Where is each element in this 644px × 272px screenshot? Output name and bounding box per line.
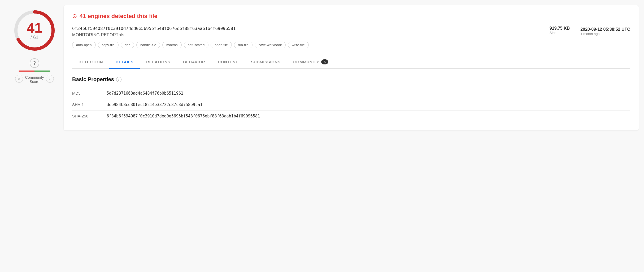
file-size-container: 919.75 KB Size (550, 26, 570, 36)
info-icon[interactable]: i (116, 77, 121, 82)
tab-label-detection: DETECTION (79, 60, 103, 64)
community-question-icon: ? (30, 58, 39, 68)
community-vote-bar (19, 71, 50, 72)
tag-copy-file[interactable]: copy-file (98, 42, 119, 48)
file-date-value: 2020-09-12 05:38:52 UTC (580, 27, 630, 32)
section-title: Basic Properties i (72, 76, 630, 82)
prop-row-md5: MD5 5d7d2371668ad4a6484f76b0b6511961 (72, 88, 630, 99)
gauge-total: / 61 (27, 35, 42, 40)
prop-row-sha-1: SHA-1 dee984b8cd30fec18214e33722c87c3d75… (72, 99, 630, 111)
prop-label: SHA-256 (72, 114, 107, 118)
file-meta: 919.75 KB Size 2020-09-12 05:38:52 UTC 1… (541, 26, 630, 36)
tag-handle-file[interactable]: handle-file (136, 42, 160, 48)
tag-obfuscated[interactable]: obfuscated (184, 42, 209, 48)
prop-value: 5d7d2371668ad4a6484f76b0b6511961 (107, 91, 183, 96)
tag-run-file[interactable]: run-file (234, 42, 253, 48)
properties-table: MD5 5d7d2371668ad4a6484f76b0b6511961 SHA… (72, 88, 630, 122)
tab-label-details: DETAILS (116, 60, 133, 64)
tab-label-relations: RELATIONS (146, 60, 170, 64)
tag-write-file[interactable]: write-file (288, 42, 308, 48)
alert-icon: ⊙ (72, 13, 77, 20)
vote-icons: ✕ CommunityScore ✓ (15, 74, 54, 84)
community-score-label: CommunityScore (25, 75, 44, 84)
community-section: ? ✕ CommunityScore ✓ (15, 58, 54, 84)
tag-macros[interactable]: macros (162, 42, 182, 48)
content-area: Basic Properties i MD5 5d7d2371668ad4a64… (72, 69, 630, 122)
tabs-row: DETECTIONDETAILSRELATIONSBEHAVIORCONTENT… (72, 56, 630, 69)
detection-title: 41 engines detected this file (80, 13, 157, 20)
tab-label-content: CONTENT (218, 60, 238, 64)
gauge-container: 41 / 61 (12, 8, 57, 53)
prop-value: 6f34b6f594087f0c3910d7ded0e5695bf548f067… (107, 114, 260, 119)
tag-open-file[interactable]: open-file (211, 42, 232, 48)
file-info-row: 6f34b6f594087f0c3910d7ded0e5695bf548f067… (72, 26, 630, 37)
tag-auto-open[interactable]: auto-open (72, 42, 96, 48)
file-size-block: 919.75 KB Size 2020-09-12 05:38:52 UTC 1… (550, 26, 630, 36)
file-size-label: Size (550, 31, 570, 35)
prop-value: dee984b8cd30fec18214e33722c87c3d758e9ca1 (107, 102, 202, 107)
file-date-container: 2020-09-12 05:38:52 UTC 1 month ago (580, 26, 630, 36)
right-panel: ⊙ 41 engines detected this file 6f34b6f5… (64, 5, 639, 130)
community-label-container: CommunityScore (25, 74, 44, 84)
prop-row-sha-256: SHA-256 6f34b6f594087f0c3910d7ded0e5695b… (72, 111, 630, 122)
file-hashes: 6f34b6f594087f0c3910d7ded0e5695bf548f067… (72, 26, 541, 37)
prop-label: SHA-1 (72, 102, 107, 107)
tab-label-behavior: BEHAVIOR (183, 60, 205, 64)
file-date-ago: 1 month ago (580, 32, 630, 36)
tab-content[interactable]: CONTENT (211, 56, 245, 69)
file-sha256: 6f34b6f594087f0c3910d7ded0e5695bf548f067… (72, 26, 532, 31)
gauge-text: 41 / 61 (27, 21, 42, 40)
tab-relations[interactable]: RELATIONS (140, 56, 177, 69)
left-panel: 41 / 61 ? ✕ CommunityScore ✓ (5, 5, 64, 130)
tab-label-submissions: SUBMISSIONS (251, 60, 281, 64)
tab-behavior[interactable]: BEHAVIOR (177, 56, 211, 69)
tab-community[interactable]: COMMUNITY5 (287, 56, 335, 69)
tag-save-workbook[interactable]: save-workbook (255, 42, 286, 48)
basic-properties-label: Basic Properties (72, 76, 114, 82)
file-size-value: 919.75 KB (550, 26, 570, 31)
tags-row: auto-opencopy-filedochandle-filemacrosob… (72, 42, 630, 48)
main-container: 41 / 61 ? ✕ CommunityScore ✓ ⊙ 41 engine… (0, 0, 644, 136)
vote-x-button[interactable]: ✕ (15, 75, 23, 83)
prop-label: MD5 (72, 91, 107, 95)
file-name: MONITORING REPORT.xls (72, 33, 532, 37)
tab-detection[interactable]: DETECTION (72, 56, 109, 69)
tab-details[interactable]: DETAILS (109, 56, 140, 69)
detection-header: ⊙ 41 engines detected this file (72, 13, 630, 20)
tag-doc[interactable]: doc (121, 42, 134, 48)
tab-submissions[interactable]: SUBMISSIONS (245, 56, 287, 69)
tab-badge-community: 5 (321, 59, 328, 64)
tab-label-community: COMMUNITY (293, 60, 319, 64)
vote-check-button[interactable]: ✓ (46, 75, 54, 83)
gauge-number: 41 (27, 21, 42, 35)
